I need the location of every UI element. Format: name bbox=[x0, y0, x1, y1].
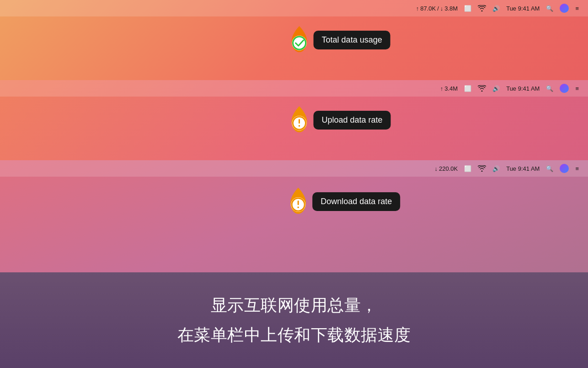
up-arrow-icon-1: ↑ bbox=[416, 5, 419, 12]
monitor-icon-1: ⬜ bbox=[464, 5, 471, 12]
tooltip-label-1: Total data usage bbox=[314, 31, 390, 49]
search-icon-2[interactable]: 🔍 bbox=[546, 85, 553, 92]
monitor-icon-3: ⬜ bbox=[464, 165, 471, 172]
menu-icon-3[interactable]: ≡ bbox=[575, 165, 579, 172]
svg-rect-4 bbox=[299, 119, 300, 124]
svg-rect-8 bbox=[298, 200, 299, 205]
monitor-icon-2: ⬜ bbox=[464, 85, 471, 92]
tooltip-upload-rate: Upload data rate bbox=[283, 104, 390, 136]
app-icon-2 bbox=[283, 104, 315, 136]
menu-icon-2[interactable]: ≡ bbox=[575, 85, 579, 92]
bottom-text-line1: 显示互联网使用总量， bbox=[211, 294, 378, 317]
time-2: Tue 9:41 AM bbox=[506, 85, 540, 92]
down-arrow-icon-3: ↓ bbox=[434, 165, 438, 172]
upload-rate-2: ↑ 3.4M bbox=[440, 85, 458, 92]
section-upload-rate: ↑ 3.4M ⬜ 🔊 Tue 9:41 AM 🔍 ≡ Upload bbox=[0, 80, 588, 160]
siri-icon-2[interactable] bbox=[560, 84, 569, 93]
wifi-icon-2 bbox=[478, 85, 486, 92]
svg-point-0 bbox=[292, 36, 307, 50]
siri-icon-1[interactable] bbox=[560, 4, 569, 13]
tooltip-total-data: Total data usage bbox=[283, 24, 390, 56]
menu-icon-1[interactable]: ≡ bbox=[575, 5, 579, 12]
search-icon-3[interactable]: 🔍 bbox=[546, 165, 553, 172]
bottom-section: 显示互联网使用总量， 在菜单栏中上传和下载数据速度 bbox=[0, 272, 588, 368]
siri-icon-3[interactable] bbox=[560, 164, 569, 173]
tooltip-download-rate: Download data rate bbox=[282, 185, 400, 217]
tooltip-label-3: Download data rate bbox=[312, 192, 400, 211]
time-1: Tue 9:41 AM bbox=[506, 5, 540, 12]
upload-rate-1: ↑ 87.0K / ↓ 3.8M bbox=[416, 5, 458, 12]
download-rate-3: ↓ 220.0K bbox=[434, 165, 458, 172]
svg-point-9 bbox=[297, 206, 299, 208]
volume-icon-1: 🔊 bbox=[492, 5, 500, 12]
app-icon-1 bbox=[283, 24, 315, 56]
app-icon-3 bbox=[282, 185, 314, 217]
section-total-data: ↑ 87.0K / ↓ 3.8M ⬜ 🔊 Tue 9:41 AM 🔍 ≡ bbox=[0, 0, 588, 80]
svg-point-5 bbox=[299, 125, 300, 127]
menubar-2: ↑ 3.4M ⬜ 🔊 Tue 9:41 AM 🔍 ≡ bbox=[0, 80, 588, 97]
wifi-icon-1 bbox=[478, 5, 486, 11]
volume-icon-2: 🔊 bbox=[492, 85, 500, 92]
section-download-rate: ↓ 220.0K ⬜ 🔊 Tue 9:41 AM 🔍 ≡ Downl bbox=[0, 160, 588, 272]
menubar-1: ↑ 87.0K / ↓ 3.8M ⬜ 🔊 Tue 9:41 AM 🔍 ≡ bbox=[0, 0, 588, 16]
menubar-3: ↓ 220.0K ⬜ 🔊 Tue 9:41 AM 🔍 ≡ bbox=[0, 160, 588, 177]
wifi-icon-3 bbox=[478, 165, 486, 172]
bottom-text-line2: 在菜单栏中上传和下载数据速度 bbox=[177, 324, 411, 346]
down-arrow-icon-1: ↓ bbox=[440, 5, 444, 12]
search-icon-1[interactable]: 🔍 bbox=[546, 5, 553, 12]
tooltip-label-2: Upload data rate bbox=[313, 111, 390, 130]
up-arrow-icon-2: ↑ bbox=[440, 85, 444, 92]
volume-icon-3: 🔊 bbox=[492, 165, 500, 172]
time-3: Tue 9:41 AM bbox=[506, 165, 540, 172]
